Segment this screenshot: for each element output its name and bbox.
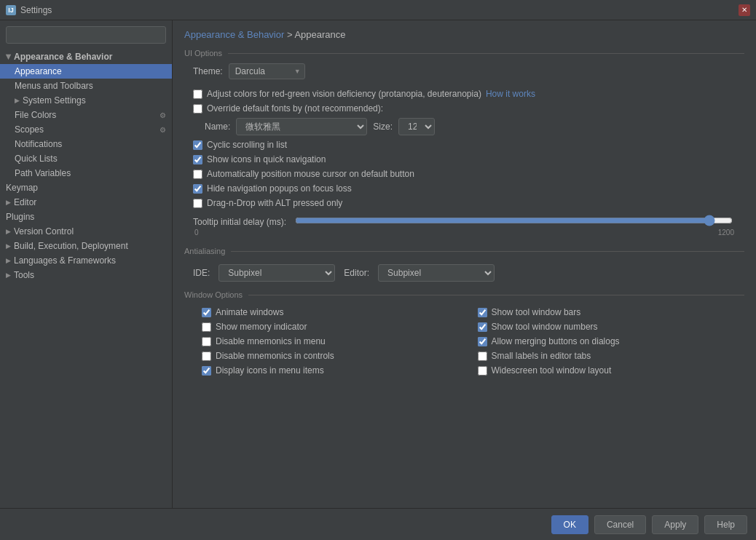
sidebar-item-scopes[interactable]: Scopes ⚙ xyxy=(0,122,172,137)
cyclic-scrolling-checkbox[interactable] xyxy=(193,140,202,150)
show-tool-window-numbers-checkbox[interactable] xyxy=(478,322,487,332)
ide-label: IDE: xyxy=(193,268,210,278)
section-rule xyxy=(248,295,744,295)
allow-merging-buttons-row[interactable]: Allow merging buttons on dialogs xyxy=(469,334,745,349)
sidebar-item-tools[interactable]: ▶ Tools xyxy=(0,268,172,282)
sidebar-item-label: Editor xyxy=(14,197,36,207)
display-icons-menu-row[interactable]: Display icons in menu items xyxy=(193,363,469,378)
font-size-select[interactable]: 12 xyxy=(398,118,435,135)
window-options-grid: Animate windows Show tool window bars Sh… xyxy=(184,305,744,378)
theme-dropdown-wrapper: Darcula IntelliJ High contrast ▼ xyxy=(229,63,305,79)
theme-select[interactable]: Darcula IntelliJ High contrast xyxy=(229,63,305,79)
small-labels-row[interactable]: Small labels in editor tabs xyxy=(469,349,745,363)
footer: OK Cancel Apply Help xyxy=(0,508,756,540)
override-fonts-row[interactable]: Override default fonts by (not recommend… xyxy=(184,101,744,116)
override-fonts-checkbox[interactable] xyxy=(193,104,202,114)
sidebar-item-path-variables[interactable]: Path Variables xyxy=(0,166,172,180)
editor-antialias-select[interactable]: Subpixel Greyscale No antialiasing xyxy=(378,264,495,282)
animate-windows-label: Animate windows xyxy=(216,307,283,317)
disable-mnemonics-controls-checkbox[interactable] xyxy=(202,352,211,361)
tooltip-delay-slider-track xyxy=(295,215,733,229)
search-input[interactable] xyxy=(6,26,166,44)
auto-position-mouse-label: Automatically position mouse cursor on d… xyxy=(207,169,414,179)
disable-mnemonics-controls-row[interactable]: Disable mnemonics in controls xyxy=(193,349,469,363)
show-tool-window-numbers-label: Show tool window numbers xyxy=(492,322,598,332)
widescreen-tool-window-checkbox[interactable] xyxy=(478,366,487,376)
ide-antialias-select[interactable]: Subpixel Greyscale No antialiasing xyxy=(218,264,335,282)
how-it-works-link[interactable]: How it works xyxy=(486,89,535,99)
sidebar-item-label: Keymap xyxy=(6,183,38,193)
apply-button[interactable]: Apply xyxy=(652,515,698,534)
show-memory-indicator-row[interactable]: Show memory indicator xyxy=(193,319,469,334)
close-button[interactable]: ✕ xyxy=(739,4,750,16)
drag-drop-alt-row[interactable]: Drag-n-Drop with ALT pressed only xyxy=(184,196,744,210)
cyclic-scrolling-row[interactable]: Cyclic scrolling in list xyxy=(184,138,744,152)
sidebar-item-label: Version Control xyxy=(14,226,74,237)
main-layout: ▶ Appearance & Behavior Appearance Menus… xyxy=(0,20,756,508)
tooltip-delay-row: Tooltip initial delay (ms): xyxy=(193,215,736,229)
auto-position-mouse-row[interactable]: Automatically position mouse cursor on d… xyxy=(184,167,744,181)
hide-nav-popups-checkbox[interactable] xyxy=(193,184,202,194)
widescreen-tool-window-row[interactable]: Widescreen tool window layout xyxy=(469,363,745,378)
sidebar-item-label: Path Variables xyxy=(15,168,71,178)
ide-dropdown-wrapper: Subpixel Greyscale No antialiasing xyxy=(218,264,335,282)
animate-windows-row[interactable]: Animate windows xyxy=(193,305,469,319)
font-name-label: Name: xyxy=(205,122,230,132)
theme-row: Theme: Darcula IntelliJ High contrast ▼ xyxy=(184,63,744,79)
cancel-button[interactable]: Cancel xyxy=(594,515,646,534)
help-button[interactable]: Help xyxy=(704,515,747,534)
sidebar-item-quick-lists[interactable]: Quick Lists xyxy=(0,151,172,166)
disable-mnemonics-menu-row[interactable]: Disable mnemonics in menu xyxy=(193,334,469,349)
show-memory-indicator-checkbox[interactable] xyxy=(202,322,211,332)
sidebar-item-system-settings[interactable]: ▶ System Settings xyxy=(0,93,172,108)
sidebar-item-label: Appearance & Behavior xyxy=(14,52,112,62)
adjust-colors-row[interactable]: Adjust colors for red-green vision defic… xyxy=(184,87,744,101)
hide-nav-popups-label: Hide navigation popups on focus loss xyxy=(207,183,352,194)
adjust-colors-label: Adjust colors for red-green vision defic… xyxy=(207,89,481,99)
show-icons-quick-nav-row[interactable]: Show icons in quick navigation xyxy=(184,152,744,167)
display-icons-menu-checkbox[interactable] xyxy=(202,366,211,376)
sidebar-item-file-colors[interactable]: File Colors ⚙ xyxy=(0,108,172,122)
font-name-select[interactable]: 微软雅黑 xyxy=(236,118,367,135)
show-tool-window-bars-label: Show tool window bars xyxy=(492,307,581,317)
editor-dropdown-wrapper: Subpixel Greyscale No antialiasing xyxy=(378,264,495,282)
sidebar-item-label: File Colors xyxy=(15,110,56,120)
show-tool-window-bars-checkbox[interactable] xyxy=(478,308,487,317)
disable-mnemonics-menu-checkbox[interactable] xyxy=(202,337,211,346)
drag-drop-alt-checkbox[interactable] xyxy=(193,199,202,208)
sidebar-item-notifications[interactable]: Notifications xyxy=(0,137,172,151)
sidebar-item-menus-toolbars[interactable]: Menus and Toolbars xyxy=(0,79,172,93)
sidebar-item-keymap[interactable]: Keymap xyxy=(0,180,172,195)
editor-label: Editor: xyxy=(344,268,369,278)
font-size-label: Size: xyxy=(373,122,393,132)
cyclic-scrolling-label: Cyclic scrolling in list xyxy=(207,140,287,150)
show-tool-window-bars-row[interactable]: Show tool window bars xyxy=(469,305,745,319)
show-icons-quick-nav-checkbox[interactable] xyxy=(193,155,202,164)
ok-button[interactable]: OK xyxy=(551,515,588,534)
show-tool-window-numbers-row[interactable]: Show tool window numbers xyxy=(469,319,745,334)
sidebar-item-editor[interactable]: ▶ Editor xyxy=(0,195,172,210)
sidebar-item-languages[interactable]: ▶ Languages & Frameworks xyxy=(0,253,172,268)
auto-position-mouse-checkbox[interactable] xyxy=(193,170,202,179)
sidebar-item-plugins[interactable]: Plugins xyxy=(0,210,172,224)
breadcrumb-parent[interactable]: Appearance & Behavior xyxy=(184,29,284,40)
show-memory-indicator-label: Show memory indicator xyxy=(216,322,307,332)
sidebar-item-label: System Settings xyxy=(23,95,86,106)
expand-arrow: ▶ xyxy=(6,242,11,250)
tooltip-delay-slider[interactable] xyxy=(295,215,733,226)
breadcrumb-separator: > xyxy=(284,29,294,40)
small-labels-checkbox[interactable] xyxy=(478,352,487,361)
animate-windows-checkbox[interactable] xyxy=(202,308,211,317)
allow-merging-buttons-checkbox[interactable] xyxy=(478,337,487,346)
sidebar-item-appearance-behavior[interactable]: ▶ Appearance & Behavior xyxy=(0,49,172,64)
adjust-colors-checkbox[interactable] xyxy=(193,90,202,99)
sidebar-item-build-execution[interactable]: ▶ Build, Execution, Deployment xyxy=(0,239,172,253)
ui-options-section: UI Options xyxy=(184,49,744,57)
antialiasing-row: IDE: Subpixel Greyscale No antialiasing … xyxy=(184,261,744,285)
sidebar-item-version-control[interactable]: ▶ Version Control xyxy=(0,224,172,239)
show-icons-quick-nav-label: Show icons in quick navigation xyxy=(207,154,326,164)
hide-nav-popups-row[interactable]: Hide navigation popups on focus loss xyxy=(184,181,744,196)
expand-arrow: ▶ xyxy=(6,228,11,235)
title-bar-left: IJ Settings xyxy=(6,5,52,15)
sidebar-item-appearance[interactable]: Appearance xyxy=(0,64,172,79)
